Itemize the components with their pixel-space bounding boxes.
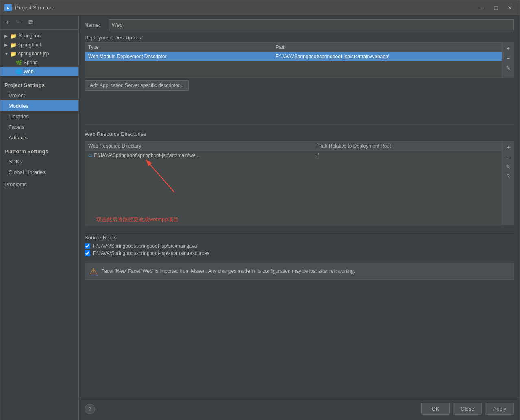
sidebar-item-project[interactable]: Project (0, 90, 78, 100)
project-label: Project (9, 92, 25, 98)
tree-item-springboot[interactable]: ▶ 📁 Springboot (0, 31, 78, 40)
wr-col-path: Path Relative to Deployment Root (314, 141, 502, 151)
name-label: Name: (85, 22, 105, 28)
window-title: Project Structure (15, 4, 476, 11)
sdks-label: SDKs (9, 159, 22, 165)
platform-settings-label: Platform Settings (0, 146, 78, 156)
close-button[interactable]: Close (453, 403, 482, 415)
sidebar: + − ⧉ ▶ 📁 Springboot ▶ 📁 springboot (0, 15, 79, 420)
tree-label-springboot: Springboot (18, 33, 42, 39)
spring-leaf-icon: 🌿 (16, 60, 22, 65)
window-controls: ─ □ ✕ (476, 3, 516, 12)
tree-item-springboot2[interactable]: ▶ 📁 springboot (0, 40, 78, 49)
bottom-bar: ? OK Close Apply (79, 398, 520, 420)
source-roots-label: Source Roots (85, 235, 514, 241)
wr-cell-path: / (314, 151, 502, 160)
arrow-icon: ▶ (4, 34, 10, 38)
wr-edit-button[interactable]: ✎ (504, 162, 513, 171)
sidebar-nav: Project Settings Project Modules Librari… (0, 78, 78, 420)
project-structure-window: P Project Structure ─ □ ✕ + − ⧉ ▶ (0, 0, 520, 420)
wr-dir-icon: 🗂 (88, 153, 93, 158)
name-row: Name: (85, 19, 514, 30)
spacer (85, 95, 514, 119)
arrow-icon-3: ▼ (4, 52, 10, 56)
sidebar-item-sdks[interactable]: SDKs (0, 156, 78, 167)
tree-item-spring[interactable]: 🌿 Spring (0, 58, 78, 67)
bottom-left: ? (85, 404, 95, 414)
modules-label: Modules (9, 103, 28, 109)
main-panel: Name: Deployment Descriptors Type Pa (79, 15, 520, 398)
sidebar-item-libraries[interactable]: Libraries (0, 111, 78, 122)
add-descriptor-button[interactable]: Add Application Server specific descript… (85, 80, 189, 91)
sidebar-toolbar: + − ⧉ (0, 15, 78, 30)
source-roots-section: Source Roots F:\JAVA\Springboot\springbo… (85, 229, 514, 257)
dd-col-path: Path (272, 43, 502, 52)
wr-table-container: Web Resource Directory Path Relative to … (85, 141, 514, 225)
warning-facet-name: 'Web' (115, 268, 126, 274)
wr-remove-button[interactable]: − (504, 152, 513, 161)
wr-help-button[interactable]: ? (504, 172, 513, 181)
artifacts-label: Artifacts (9, 135, 28, 141)
dd-edit-button[interactable]: ✎ (504, 63, 513, 72)
warning-icon: ⚠ (90, 266, 97, 276)
source-root-checkbox-1[interactable] (85, 250, 90, 256)
dd-cell-path: F:\JAVA\Springboot\springboot-jsp\src\ma… (272, 52, 502, 61)
remove-toolbar-button[interactable]: − (14, 17, 24, 27)
tree-label-spring: Spring (24, 60, 38, 65)
tree-label-springboot2: springboot (18, 42, 41, 48)
global-libraries-label: Global Libraries (9, 169, 46, 175)
sidebar-item-modules[interactable]: Modules (0, 100, 78, 111)
wr-cell-dir: 🗂 F:\JAVA\Springboot\springboot-jsp\src\… (85, 151, 314, 160)
apply-button[interactable]: Apply (485, 403, 514, 415)
source-roots-divider (85, 232, 514, 232)
wr-add-button[interactable]: + (504, 143, 513, 152)
annotation-text: 双击然后将路径更改成webapp项目 (93, 214, 182, 225)
svg-text:P: P (7, 6, 9, 10)
sidebar-item-global-libraries[interactable]: Global Libraries (0, 167, 78, 177)
dd-table: Type Path Web Module Deployment Descript… (85, 43, 502, 77)
wr-table-wrapper: Web Resource Directory Path Relative to … (85, 141, 502, 225)
maximize-button[interactable]: □ (490, 3, 502, 12)
tree-item-web[interactable]: 🌐 Web (0, 67, 78, 76)
help-button[interactable]: ? (85, 404, 95, 414)
main-content: Name: Deployment Descriptors Type Pa (79, 15, 520, 420)
sidebar-item-facets[interactable]: Facets (0, 122, 78, 132)
dd-table-row[interactable]: Web Module Deployment Descriptor F:\JAVA… (85, 52, 502, 61)
tree-label-web: Web (24, 69, 33, 74)
folder-icon-3: 📁 (10, 51, 17, 57)
dd-table-container: Type Path Web Module Deployment Descript… (85, 42, 514, 78)
app-icon: P (4, 4, 12, 11)
sidebar-item-artifacts[interactable]: Artifacts (0, 132, 78, 143)
ok-button[interactable]: OK (421, 403, 450, 415)
dd-add-button[interactable]: + (504, 44, 513, 53)
dd-col-type: Type (85, 43, 272, 52)
dd-cell-type: Web Module Deployment Descriptor (85, 52, 272, 61)
title-bar: P Project Structure ─ □ ✕ (0, 0, 520, 15)
web-resource-section: Web Resource Directories Web Resource Di… (85, 123, 514, 225)
web-icon: 🌐 (16, 69, 22, 74)
copy-toolbar-button[interactable]: ⧉ (26, 17, 35, 27)
source-root-checkbox-0[interactable] (85, 243, 90, 249)
source-root-item-1: F:\JAVA\Springboot\springboot-jsp\src\ma… (85, 250, 514, 257)
dd-remove-button[interactable]: − (504, 54, 513, 63)
wr-col-dir: Web Resource Directory (85, 141, 314, 151)
folder-icon: 📁 (10, 33, 17, 39)
tree-label-springboot-jsp: springboot-jsp (18, 51, 49, 57)
source-root-path-0: F:\JAVA\Springboot\springboot-jsp\src\ma… (93, 243, 197, 249)
facets-label: Facets (9, 124, 24, 130)
warning-bar: ⚠ Facet 'Web' Facet 'Web' is imported fr… (85, 263, 514, 280)
add-toolbar-button[interactable]: + (3, 17, 13, 27)
wr-side-buttons: + − ✎ ? (502, 141, 514, 225)
web-resource-label: Web Resource Directories (85, 131, 514, 137)
deployment-descriptors-section: Deployment Descriptors Type Path (85, 35, 514, 91)
tree-item-springboot-jsp[interactable]: ▼ 📁 springboot-jsp (0, 49, 78, 58)
sidebar-item-problems[interactable]: Problems (0, 179, 78, 190)
content-area: + − ⧉ ▶ 📁 Springboot ▶ 📁 springboot (0, 15, 520, 420)
close-window-button[interactable]: ✕ (504, 3, 516, 12)
dd-side-buttons: + − ✎ (502, 42, 514, 78)
name-input[interactable] (109, 19, 514, 30)
source-root-item-0: F:\JAVA\Springboot\springboot-jsp\src\ma… (85, 242, 514, 250)
arrow-icon-2: ▶ (4, 43, 10, 47)
minimize-button[interactable]: ─ (476, 3, 488, 12)
deployment-descriptors-label: Deployment Descriptors (85, 35, 514, 41)
